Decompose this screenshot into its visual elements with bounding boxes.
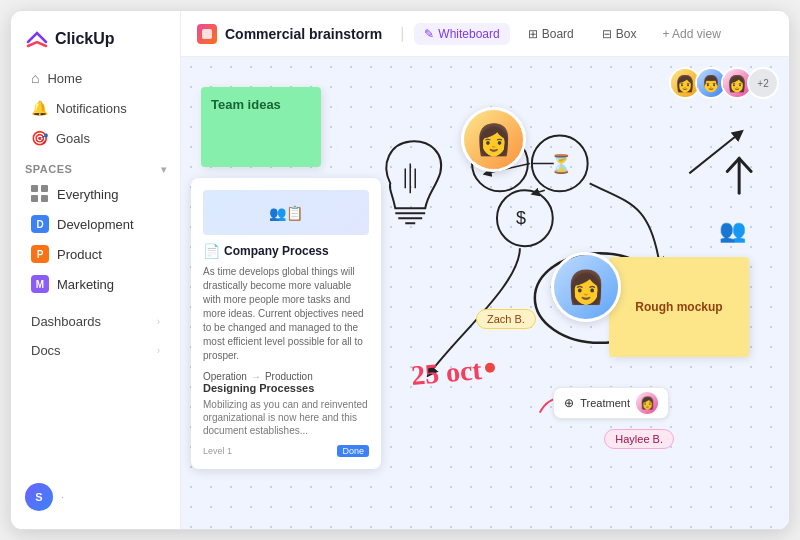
notifications-label: Notifications — [56, 101, 127, 116]
user-status-dot: · — [61, 491, 64, 503]
logo-text: ClickUp — [55, 30, 115, 48]
doc-label: Level 1 — [203, 446, 232, 456]
whiteboard-canvas[interactable]: ♡ ⏳ $ — [181, 57, 789, 529]
user-avatar: S — [25, 483, 53, 511]
product-label: Product — [57, 247, 102, 262]
topbar: Commercial brainstorm | ✎ Whiteboard ⊞ B… — [181, 11, 789, 57]
main-content: Commercial brainstorm | ✎ Whiteboard ⊞ B… — [181, 11, 789, 529]
goals-icon: 🎯 — [31, 130, 48, 146]
svg-text:$: $ — [516, 208, 526, 228]
document-body: As time develops global things will dras… — [203, 265, 369, 363]
document-card[interactable]: 👥📋 📄 Company Process As time develops gl… — [191, 178, 381, 469]
svg-point-12 — [485, 363, 495, 373]
development-label: Development — [57, 217, 134, 232]
avatar-more: +2 — [747, 67, 779, 99]
user-initial: S — [35, 491, 42, 503]
svg-text:👥: 👥 — [719, 217, 747, 244]
sticky-green-text: Team ideas — [211, 97, 281, 112]
sidebar-nav-notifications[interactable]: 🔔 Notifications — [17, 93, 174, 123]
marketing-dot: M — [31, 275, 49, 293]
home-label: Home — [47, 71, 82, 86]
haylee-tag: Haylee B. — [604, 429, 674, 449]
spaces-label: Spaces — [25, 163, 72, 175]
sidebar: ClickUp ⌂ Home 🔔 Notifications 🎯 Goals S… — [11, 11, 181, 529]
tab-box[interactable]: ⊟ Box — [592, 23, 647, 45]
svg-point-5 — [497, 190, 553, 246]
treatment-tag: ⊕ Treatment 👩 — [553, 387, 669, 419]
whiteboard-label: Whiteboard — [438, 27, 499, 41]
treatment-label: Treatment — [580, 397, 630, 409]
face-photo-1: 👩 — [461, 107, 526, 172]
doc-illustration: 👥📋 — [203, 190, 369, 235]
marketing-label: Marketing — [57, 277, 114, 292]
face-photo-2: 👩 — [551, 252, 621, 322]
spaces-section-header: Spaces ▾ — [11, 153, 180, 179]
add-view-label: + Add view — [662, 27, 720, 41]
treatment-icon: ⊕ — [564, 396, 574, 410]
clickup-logo-icon — [25, 27, 49, 51]
product-dot: P — [31, 245, 49, 263]
chevron-icon: ▾ — [161, 164, 167, 175]
sticky-yellow-text: Rough mockup — [635, 300, 722, 314]
sidebar-item-marketing[interactable]: M Marketing — [17, 269, 174, 299]
sidebar-item-everything[interactable]: Everything — [17, 179, 174, 209]
document-title: 📄 Company Process — [203, 243, 369, 259]
sticky-note-rough-mockup[interactable]: Rough mockup — [609, 257, 749, 357]
sidebar-dashboards[interactable]: Dashboards › — [17, 307, 174, 336]
goals-label: Goals — [56, 131, 90, 146]
box-icon: ⊟ — [602, 27, 612, 41]
treatment-avatar: 👩 — [636, 392, 658, 414]
docs-chevron: › — [157, 345, 160, 356]
everything-label: Everything — [57, 187, 118, 202]
tab-board[interactable]: ⊞ Board — [518, 23, 584, 45]
process-to: Production — [265, 371, 313, 382]
separator-1: | — [400, 25, 404, 43]
doc-sub-title: Designing Processes — [203, 382, 369, 394]
board-label: Board — [542, 27, 574, 41]
app-container: ClickUp ⌂ Home 🔔 Notifications 🎯 Goals S… — [10, 10, 790, 530]
everything-grid-icon — [31, 185, 49, 203]
board-icon: ⊞ — [528, 27, 538, 41]
date-annotation: 25 oct — [410, 354, 483, 392]
development-dot: D — [31, 215, 49, 233]
doc-sub-text: Mobilizing as you can and reinvented org… — [203, 398, 369, 437]
tab-whiteboard[interactable]: ✎ Whiteboard — [414, 23, 509, 45]
sidebar-logo: ClickUp — [11, 23, 180, 63]
docs-label: Docs — [31, 343, 61, 358]
sidebar-docs[interactable]: Docs › — [17, 336, 174, 365]
sidebar-item-product[interactable]: P Product — [17, 239, 174, 269]
doc-status: Done — [337, 445, 369, 457]
sidebar-bottom-items: Dashboards › Docs › — [11, 307, 180, 365]
svg-point-3 — [532, 136, 588, 192]
process-from: Operation — [203, 371, 247, 382]
process-arrow: → — [251, 371, 261, 382]
page-icon — [197, 24, 217, 44]
sidebar-item-development[interactable]: D Development — [17, 209, 174, 239]
dashboards-label: Dashboards — [31, 314, 101, 329]
dashboards-chevron: › — [157, 316, 160, 327]
home-icon: ⌂ — [31, 70, 39, 86]
process-row: Operation → Production — [203, 371, 369, 382]
svg-text:⏳: ⏳ — [550, 153, 573, 175]
zach-tag: Zach B. — [476, 309, 536, 329]
bell-icon: 🔔 — [31, 100, 48, 116]
page-title: Commercial brainstorm — [225, 26, 382, 42]
box-label: Box — [616, 27, 637, 41]
add-view-button[interactable]: + Add view — [654, 23, 728, 45]
sidebar-nav-home[interactable]: ⌂ Home — [17, 63, 174, 93]
avatar-group: 👩 👨 👩 +2 — [669, 67, 779, 99]
svg-rect-0 — [202, 29, 212, 39]
whiteboard-icon: ✎ — [424, 27, 434, 41]
doc-footer: Level 1 Done — [203, 445, 369, 457]
user-profile-row[interactable]: S · — [11, 471, 180, 517]
sticky-note-team-ideas[interactable]: Team ideas — [201, 87, 321, 167]
sidebar-nav-goals[interactable]: 🎯 Goals — [17, 123, 174, 153]
